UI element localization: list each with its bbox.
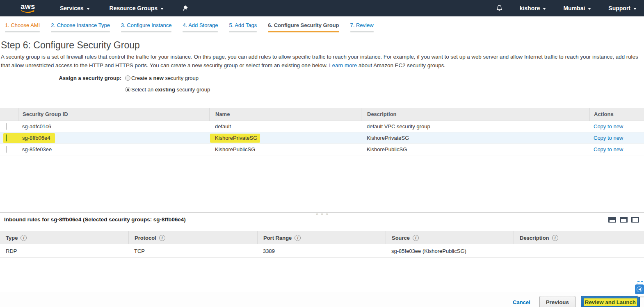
chevron-down-icon xyxy=(87,8,90,10)
cell-security-group-id: sg-85fe03ee xyxy=(18,146,209,152)
nav-resource-groups-label: Resource Groups xyxy=(110,5,158,11)
tab-label: 3. Configure Instance xyxy=(121,22,172,31)
notifications-bell-icon[interactable] xyxy=(496,5,503,12)
top-nav-right-section: kishore Mumbai Support xyxy=(496,0,637,16)
cell-name: KishorePrivateSG xyxy=(209,135,361,141)
tab-choose-ami[interactable]: 1. Choose AMI xyxy=(5,22,40,32)
chevron-down-icon xyxy=(160,8,164,10)
row-checkbox[interactable] xyxy=(6,123,7,130)
tab-underline-active xyxy=(268,31,339,32)
assign-security-group-label: Assign a security group: xyxy=(0,75,121,98)
chevron-down-icon xyxy=(543,8,546,10)
split-pane-divider xyxy=(0,212,644,213)
column-header-name: Name xyxy=(209,108,361,121)
nav-region-label: Mumbai xyxy=(563,5,585,11)
info-icon[interactable]: i xyxy=(552,235,558,241)
description-text: A security group is a set of firewall ru… xyxy=(1,54,638,68)
assign-options: Create a new security group Select an ex… xyxy=(125,75,210,98)
previous-button[interactable]: Previous xyxy=(539,296,575,307)
tab-label: 5. Add Tags xyxy=(229,22,257,31)
nav-support-menu[interactable]: Support xyxy=(608,5,637,11)
nav-user-label: kishore xyxy=(520,5,540,11)
cell-description: default VPC security group xyxy=(361,123,589,130)
cell-description: KishorePublicSG xyxy=(361,146,589,152)
cell-security-group-id: sg-8ffb06e4 xyxy=(18,135,209,141)
tab-underline xyxy=(51,31,110,32)
column-header-actions: Actions xyxy=(589,108,644,121)
cell-security-group-id: sg-adfc01c6 xyxy=(18,123,209,130)
checkbox-column-header xyxy=(0,108,18,121)
pane-layout-medium-icon[interactable] xyxy=(620,217,628,223)
security-groups-table-header: Security Group ID Name Description Actio… xyxy=(0,108,644,121)
wizard-footer: Cancel Previous Review and Launch xyxy=(0,292,644,307)
tab-underline xyxy=(350,31,374,32)
collapse-arrow-icon[interactable] xyxy=(635,284,644,294)
table-row-sg-8ffb06e4-selected[interactable]: sg-8ffb06e4 KishorePrivateSG KishorePriv… xyxy=(0,132,644,144)
copy-to-new-link[interactable]: Copy to new xyxy=(594,123,623,130)
inbound-rules-table-header: Typei Protocoli Port Rangei Sourcei Desc… xyxy=(0,231,644,244)
nav-services-menu[interactable]: Services xyxy=(60,5,90,11)
tab-add-storage[interactable]: 4. Add Storage xyxy=(183,22,218,32)
pin-shortcut-icon[interactable] xyxy=(182,5,188,11)
review-and-launch-button[interactable]: Review and Launch xyxy=(581,296,640,307)
aws-logo[interactable]: aws xyxy=(16,3,40,14)
radio-button-icon[interactable] xyxy=(125,75,130,81)
security-groups-table: Security Group ID Name Description Actio… xyxy=(0,108,644,155)
inbound-rule-row-rdp: RDP TCP 3389 sg-85fe03ee (KishorePublicS… xyxy=(0,244,644,258)
assign-security-group-field: Assign a security group: Create a new se… xyxy=(0,75,644,98)
cell-port-range: 3389 xyxy=(257,248,386,254)
tab-choose-instance-type[interactable]: 2. Choose Instance Type xyxy=(51,22,110,32)
radio-create-new-group[interactable]: Create a new security group xyxy=(125,75,210,81)
tab-configure-instance[interactable]: 3. Configure Instance xyxy=(121,22,172,32)
tab-review[interactable]: 7. Review xyxy=(350,22,374,32)
info-icon[interactable]: i xyxy=(413,235,419,241)
review-and-launch-label-highlighted: Review and Launch xyxy=(584,298,637,306)
column-header-description: Descriptioni xyxy=(514,231,644,244)
nav-resource-groups-menu[interactable]: Resource Groups xyxy=(110,5,164,11)
pane-layout-large-icon[interactable] xyxy=(631,217,639,223)
radio-button-selected-icon[interactable] xyxy=(125,87,130,92)
tab-label: 1. Choose AMI xyxy=(5,22,40,31)
cell-name: default xyxy=(209,123,361,130)
tab-label: 4. Add Storage xyxy=(183,22,218,31)
chevron-down-icon xyxy=(633,8,637,10)
learn-more-link[interactable]: Learn more xyxy=(329,62,357,68)
cancel-link[interactable]: Cancel xyxy=(513,299,530,305)
table-row-sg-85fe03ee[interactable]: sg-85fe03ee KishorePublicSG KishorePubli… xyxy=(0,144,644,155)
radio-label: Select an existing security group xyxy=(131,86,210,93)
cell-protocol: TCP xyxy=(128,248,257,254)
row-checkbox[interactable] xyxy=(6,146,7,153)
tab-add-tags[interactable]: 5. Add Tags xyxy=(229,22,257,32)
tab-configure-security-group[interactable]: 6. Configure Security Group xyxy=(268,22,339,32)
screen-edge-widget xyxy=(637,282,644,297)
pane-drag-handle[interactable] xyxy=(316,214,328,215)
info-icon[interactable]: i xyxy=(295,235,301,241)
column-header-protocol: Protocoli xyxy=(128,231,257,244)
info-icon[interactable]: i xyxy=(21,235,27,241)
info-icon[interactable]: i xyxy=(159,235,165,241)
inbound-rules-header-bar: Inbound rules for sg-8ffb06e4 (Selected … xyxy=(4,216,639,223)
cell-source: sg-85fe03ee (KishorePublicSG) xyxy=(386,248,514,254)
table-row-sg-adfc01c6[interactable]: sg-adfc01c6 default default VPC security… xyxy=(0,121,644,132)
chevron-down-icon xyxy=(588,8,591,10)
row-checkbox-checked[interactable] xyxy=(6,134,7,141)
tab-label: 2. Choose Instance Type xyxy=(51,22,110,31)
column-header-description: Description xyxy=(361,108,589,121)
pane-layout-small-icon[interactable] xyxy=(608,217,616,223)
inbound-rules-table: Typei Protocoli Port Rangei Sourcei Desc… xyxy=(0,231,644,258)
copy-to-new-link[interactable]: Copy to new xyxy=(594,146,623,152)
pane-layout-controls xyxy=(608,217,639,223)
column-header-type: Typei xyxy=(0,231,128,244)
copy-to-new-link[interactable]: Copy to new xyxy=(594,135,623,141)
edge-widget-dashes xyxy=(637,281,643,282)
column-header-source: Sourcei xyxy=(386,231,514,244)
nav-user-menu[interactable]: kishore xyxy=(520,5,546,11)
tab-label: 7. Review xyxy=(350,22,374,31)
radio-select-existing-group[interactable]: Select an existing security group xyxy=(125,86,210,93)
tab-underline xyxy=(5,31,40,32)
top-navigation-bar: aws Services Resource Groups kishore Mum… xyxy=(0,0,644,16)
cell-name: KishorePublicSG xyxy=(209,146,361,152)
nav-services-label: Services xyxy=(60,5,84,11)
tab-underline xyxy=(229,31,257,32)
nav-region-menu[interactable]: Mumbai xyxy=(563,5,591,11)
